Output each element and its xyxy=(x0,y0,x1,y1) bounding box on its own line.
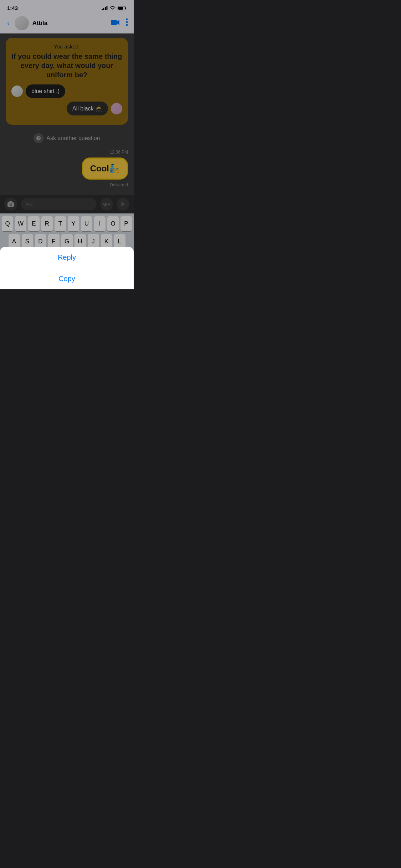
copy-button[interactable]: Copy xyxy=(0,268,134,289)
bottom-sheet-overlay: Reply Copy xyxy=(0,0,134,289)
bottom-sheet: Reply Copy xyxy=(0,247,134,289)
reply-button[interactable]: Reply xyxy=(0,247,134,268)
